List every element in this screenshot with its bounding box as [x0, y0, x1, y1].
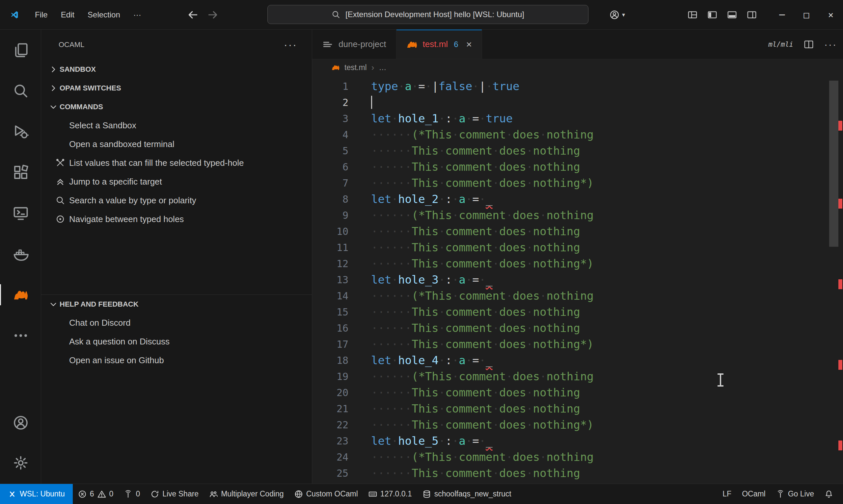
- code-line-6[interactable]: 6······This·comment·does·nothing: [312, 159, 843, 175]
- close-tab-button[interactable]: ×: [466, 39, 472, 50]
- status-eol[interactable]: LF: [717, 484, 737, 504]
- sidebar-item[interactable]: Chat on Discord: [41, 313, 312, 332]
- activity-explorer[interactable]: [0, 34, 41, 66]
- code-line-21[interactable]: 21······This·comment·does·nothing: [312, 401, 843, 417]
- status-language[interactable]: OCaml: [737, 484, 771, 504]
- code-line-15[interactable]: 15······This·comment·does·nothing: [312, 304, 843, 320]
- status-problems[interactable]: 60: [73, 484, 119, 504]
- code-line-25[interactable]: 25······This·comment·does·nothing: [312, 465, 843, 481]
- section-header[interactable]: HELP AND FEEDBACK: [41, 295, 312, 313]
- sidebar-sections: SANDBOXOPAM SWITCHESCOMMANDSSelect a San…: [41, 60, 312, 370]
- activity-accounts[interactable]: [0, 407, 41, 438]
- tab-label: dune-project: [339, 39, 386, 49]
- line-content: ······This·comment·does·nothing: [348, 320, 580, 336]
- breadcrumb-file[interactable]: test.ml: [344, 63, 367, 72]
- ml-mli-toggle[interactable]: ml/mli: [768, 40, 793, 48]
- code-line-12[interactable]: 12······This·comment·does·nothing*): [312, 256, 843, 272]
- tab-test.ml[interactable]: test.ml6×: [396, 30, 482, 59]
- status-notifications[interactable]: [819, 484, 838, 504]
- activity-extensions[interactable]: [0, 157, 41, 188]
- sidebar-item[interactable]: Navigate between typed holes: [41, 210, 312, 229]
- code-line-11[interactable]: 11······This·comment·does·nothing: [312, 239, 843, 256]
- breadcrumb-symbol[interactable]: …: [379, 63, 386, 72]
- code-line-17[interactable]: 17······This·comment·does·nothing*): [312, 336, 843, 352]
- status-text: Custom OCaml: [306, 489, 358, 499]
- sidebar-item[interactable]: List values that can fill the selected t…: [41, 154, 312, 173]
- breadcrumb[interactable]: test.ml › …: [312, 59, 843, 76]
- status-database[interactable]: schoolfaqs_new_struct: [417, 484, 517, 504]
- menu-selection[interactable]: Selection: [81, 7, 127, 23]
- activity-settings[interactable]: [0, 447, 41, 479]
- sidebar-right-icon[interactable]: [747, 10, 757, 20]
- split-editor-icon[interactable]: [804, 39, 814, 49]
- activity-more-views[interactable]: [0, 320, 41, 352]
- sidebar-item[interactable]: Jump to a specific target: [41, 173, 312, 191]
- forward-button[interactable]: [207, 9, 218, 20]
- search-icon: [56, 196, 65, 205]
- browser-icon: [294, 490, 303, 499]
- dune-icon: [322, 39, 333, 50]
- menu-overflow[interactable]: ···: [127, 7, 148, 23]
- sidebar-more-actions[interactable]: ···: [284, 39, 297, 51]
- sidebar-left-icon[interactable]: [707, 10, 717, 20]
- command-center[interactable]: [Extension Development Host] hello [WSL:…: [268, 5, 588, 24]
- activity-search[interactable]: [0, 75, 41, 107]
- status-multiplayer-coding[interactable]: Multiplayer Coding: [204, 484, 289, 504]
- code-line-18[interactable]: 18let·hole_4·:·a·=·_: [312, 352, 843, 368]
- code-line-16[interactable]: 16······This·comment·does·nothing: [312, 320, 843, 336]
- code-line-5[interactable]: 5······This·comment·does·nothing: [312, 143, 843, 159]
- status-live-share[interactable]: Live Share: [145, 484, 204, 504]
- section-header[interactable]: COMMANDS: [41, 97, 312, 116]
- maximize-button[interactable]: □: [794, 0, 819, 30]
- activity-remote-explorer[interactable]: [0, 197, 41, 229]
- code-line-2[interactable]: 2: [312, 94, 843, 110]
- menu-file[interactable]: File: [28, 7, 54, 23]
- remote-icon: [8, 490, 16, 499]
- code-line-13[interactable]: 13let·hole_3·:·a·=·_: [312, 272, 843, 288]
- status-remote-indicator[interactable]: WSL: Ubuntu: [0, 484, 73, 504]
- code-line-22[interactable]: 22······This·comment·does·nothing*): [312, 417, 843, 433]
- code-line-1[interactable]: 1type·a·=·|false·|·true: [312, 78, 843, 94]
- code-line-19[interactable]: 19······(*This·comment·does·nothing: [312, 368, 843, 384]
- code-line-20[interactable]: 20······This·comment·does·nothing: [312, 384, 843, 401]
- section-header[interactable]: SANDBOX: [41, 60, 312, 79]
- menu-edit[interactable]: Edit: [54, 7, 81, 23]
- sidebar-item[interactable]: Ask a question on Discuss: [41, 332, 312, 351]
- tab-dune-project[interactable]: dune-project: [312, 30, 396, 59]
- code-line-8[interactable]: 8let·hole_2·:·a·=·_: [312, 191, 843, 207]
- code-line-10[interactable]: 10······This·comment·does·nothing: [312, 223, 843, 239]
- status-custom-ocaml[interactable]: Custom OCaml: [289, 484, 363, 504]
- back-button[interactable]: [187, 9, 199, 20]
- code-line-4[interactable]: 4······(*This·comment·does·nothing: [312, 127, 843, 143]
- layout-icon[interactable]: [688, 10, 698, 20]
- sidebar-item[interactable]: Select a Sandbox: [41, 116, 312, 135]
- sidebar-item[interactable]: Search a value by type or polarity: [41, 191, 312, 210]
- activity-run-debug[interactable]: [0, 116, 41, 147]
- sidebar-item[interactable]: Open a sandboxed terminal: [41, 135, 312, 154]
- panel-bottom-icon[interactable]: [727, 10, 737, 20]
- code-line-23[interactable]: 23let·hole_5·:·a·=·_: [312, 433, 843, 449]
- code-line-9[interactable]: 9······(*This·comment·does·nothing: [312, 207, 843, 223]
- section-header[interactable]: OPAM SWITCHES: [41, 79, 312, 97]
- activity-ocaml[interactable]: [0, 279, 41, 310]
- sidebar-item[interactable]: Open an issue on Github: [41, 351, 312, 370]
- vertical-scrollbar[interactable]: [829, 80, 838, 247]
- tools-icon: [56, 158, 65, 167]
- status-ports[interactable]: 0: [119, 484, 145, 504]
- status-go-live[interactable]: Go Live: [771, 484, 819, 504]
- close-button[interactable]: ×: [819, 0, 843, 30]
- status-local-address[interactable]: 127.0.0.1: [363, 484, 417, 504]
- more-actions[interactable]: ···: [824, 39, 837, 50]
- line-number: 24: [312, 449, 348, 465]
- code-line-7[interactable]: 7······This·comment·does·nothing*): [312, 175, 843, 191]
- code-area[interactable]: 1type·a·=·|false·|·true23let·hole_1·:·a·…: [312, 76, 843, 481]
- code-line-3[interactable]: 3let·hole_1·:·a·=·true: [312, 110, 843, 127]
- remote-explorer-icon: [13, 205, 29, 221]
- minimize-button[interactable]: ─: [770, 0, 794, 30]
- code-line-14[interactable]: 14······(*This·comment·does·nothing: [312, 288, 843, 304]
- code-line-24[interactable]: 24······(*This·comment·does·nothing: [312, 449, 843, 465]
- command-center-text: [Extension Development Host] hello [WSL:…: [345, 10, 524, 19]
- activity-docker[interactable]: [0, 238, 41, 270]
- line-number: 8: [312, 191, 348, 207]
- accounts-menu-button[interactable]: ▾: [609, 10, 625, 20]
